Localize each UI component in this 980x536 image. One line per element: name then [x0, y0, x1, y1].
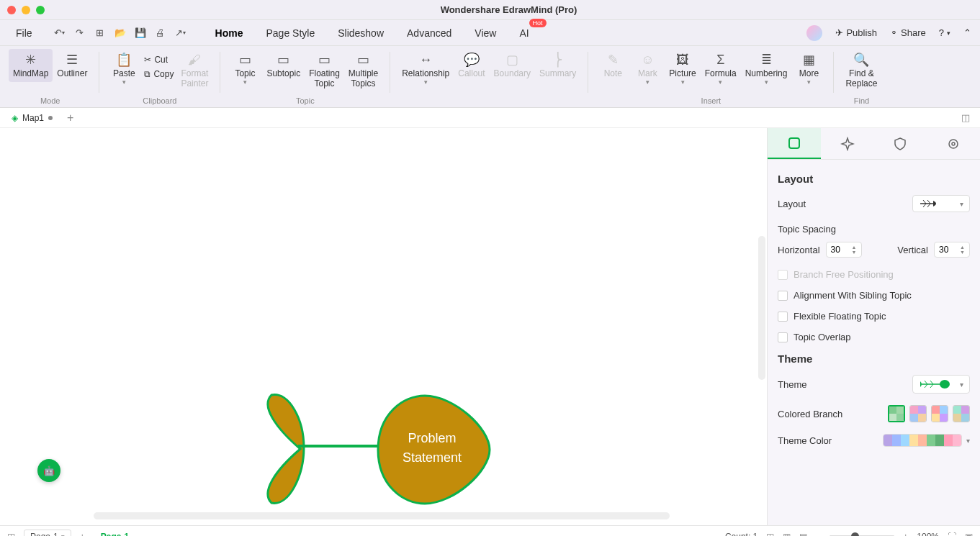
format-painter-button[interactable]: 🖌Format Painter — [176, 49, 212, 92]
theme-preview-icon — [919, 378, 950, 390]
relationship-button[interactable]: ↔Relationship▾ — [397, 49, 454, 88]
theme-section-title: Theme — [778, 353, 970, 365]
page-dropdown[interactable]: Page-1▾ — [24, 530, 71, 537]
add-tab-button[interactable]: + — [60, 112, 81, 124]
branch-color-1[interactable] — [888, 405, 905, 422]
view-mode-3[interactable]: ▤ — [799, 532, 807, 537]
ai-chatbot-button[interactable]: 🤖 — [37, 459, 60, 482]
maximize-window[interactable] — [36, 6, 45, 14]
horizontal-scrollbar[interactable] — [94, 512, 670, 519]
open-button[interactable]: 📂 — [113, 26, 127, 40]
tab-ai[interactable]: AIHot — [518, 24, 530, 42]
picture-button[interactable]: 🖼Picture▾ — [665, 49, 700, 88]
outliner-mode-button[interactable]: ☰Outliner — [53, 49, 91, 82]
theme-color-label: Theme Color — [778, 435, 832, 446]
share-button[interactable]: ⚬Share — [890, 27, 926, 38]
active-page-tab[interactable]: Page-1 — [94, 532, 136, 537]
redo-button[interactable]: ↷ — [73, 26, 87, 40]
horizontal-spacing-input[interactable]: ▲▼ — [826, 242, 862, 258]
vertical-spacing-input[interactable]: ▲▼ — [934, 242, 970, 258]
callout-button[interactable]: 💬Callout — [454, 49, 489, 82]
topic-overlap-checkbox[interactable]: Topic Overlap — [778, 332, 970, 342]
topic-spacing-label: Topic Spacing — [778, 224, 970, 235]
multiple-icon: ▭ — [357, 52, 369, 68]
close-window[interactable] — [7, 6, 16, 14]
side-tab-style[interactable] — [821, 128, 874, 159]
flexible-floating-checkbox[interactable]: Flexible Floating Topic — [778, 311, 970, 322]
help-button[interactable]: ?▾ — [939, 27, 950, 38]
shield-icon — [893, 137, 907, 151]
zoom-in-button[interactable]: + — [903, 532, 908, 537]
branch-color-2[interactable] — [909, 405, 927, 422]
mindmap-mode-button[interactable]: ✳MindMap — [9, 49, 53, 82]
find-replace-button[interactable]: 🔍Find & Replace — [841, 49, 881, 92]
multiple-topics-button[interactable]: ▭Multiple Topics — [344, 49, 382, 92]
theme-label: Theme — [778, 379, 806, 390]
view-mode-2[interactable]: ▥ — [783, 532, 791, 537]
save-button[interactable]: 💾 — [133, 26, 148, 40]
view-mode-1[interactable]: ◫ — [766, 532, 774, 537]
new-button[interactable]: ⊞ — [93, 26, 107, 40]
collapse-ribbon[interactable]: ⌃ — [963, 27, 971, 38]
share-icon: ⚬ — [890, 27, 898, 38]
floating-topic-button[interactable]: ▭Floating Topic — [305, 49, 344, 92]
sparkle-icon — [840, 137, 855, 151]
chevron-down-icon: ▾ — [966, 437, 970, 445]
note-button[interactable]: ✎Note — [595, 49, 630, 82]
paste-button[interactable]: 📋Paste▾ — [107, 49, 141, 88]
canvas[interactable]: Problem Statement 🤖 — [0, 128, 767, 525]
branch-color-4[interactable] — [953, 405, 970, 422]
layout-dropdown[interactable]: ▾ — [912, 195, 970, 212]
side-tab-settings[interactable] — [927, 128, 980, 159]
pages-panel-button[interactable]: ◫ — [7, 532, 15, 537]
boundary-button[interactable]: ▢Boundary — [490, 49, 535, 82]
zoom-out-button[interactable]: − — [816, 532, 821, 537]
find-icon: 🔍 — [853, 52, 869, 68]
add-page-button[interactable]: + — [80, 532, 85, 537]
tab-view[interactable]: View — [473, 24, 498, 42]
app-title: Wondershare EdrawMind (Pro) — [45, 4, 973, 15]
summary-button[interactable]: ⎬Summary — [535, 49, 580, 82]
more-button[interactable]: ▦More▾ — [791, 49, 826, 88]
side-tab-layout[interactable] — [768, 128, 821, 159]
export-button[interactable]: ↗▾ — [174, 26, 188, 40]
numbering-button[interactable]: ≣Numbering▾ — [741, 49, 792, 88]
doc-icon: ◈ — [12, 113, 18, 123]
publish-button[interactable]: ✈Publish — [835, 27, 877, 38]
document-tab[interactable]: ◈ Map1 — [4, 113, 60, 123]
subtopic-button[interactable]: ▭Subtopic — [262, 49, 305, 82]
vertical-scrollbar[interactable] — [758, 236, 765, 380]
central-topic-text[interactable]: Problem Statement — [389, 429, 475, 468]
mark-button[interactable]: ☺Mark▾ — [630, 49, 665, 88]
copy-icon: ⧉ — [144, 69, 150, 79]
tab-page-style[interactable]: Page Style — [264, 24, 316, 42]
tab-advanced[interactable]: Advanced — [405, 24, 453, 42]
tab-home[interactable]: Home — [214, 24, 245, 42]
paste-icon: 📋 — [116, 52, 132, 68]
gear-icon — [946, 137, 961, 151]
theme-dropdown[interactable]: ▾ — [912, 375, 970, 394]
tab-slideshow[interactable]: Slideshow — [336, 24, 385, 42]
minimize-window[interactable] — [22, 6, 30, 14]
theme-color-picker[interactable] — [883, 434, 962, 447]
formula-button[interactable]: ΣFormula▾ — [701, 49, 741, 88]
branch-color-3[interactable] — [931, 405, 948, 422]
topic-group-label: Topic — [296, 96, 315, 107]
fit-screen-button[interactable]: ⛶ — [948, 532, 956, 537]
fullscreen-button[interactable]: ▣ — [965, 532, 973, 537]
undo-button[interactable]: ↶▾ — [53, 26, 67, 40]
print-button[interactable]: 🖨 — [153, 26, 168, 40]
align-sibling-checkbox[interactable]: Alignment With Sibling Topic — [778, 290, 970, 301]
layout-section-title: Layout — [778, 173, 970, 185]
topic-button[interactable]: ▭Topic▾ — [228, 49, 262, 88]
file-menu[interactable]: File — [9, 24, 40, 42]
count-label: Count: 1 — [725, 532, 758, 537]
note-icon: ✎ — [608, 52, 619, 68]
svg-point-2 — [952, 142, 955, 145]
copy-button[interactable]: ⧉Copy — [141, 68, 176, 81]
user-avatar[interactable] — [806, 25, 822, 41]
panel-toggle[interactable]: ◫ — [956, 112, 976, 123]
zoom-level[interactable]: 100% — [917, 532, 939, 537]
side-tab-icon[interactable] — [874, 128, 927, 159]
cut-button[interactable]: ✂Cut — [141, 53, 176, 66]
